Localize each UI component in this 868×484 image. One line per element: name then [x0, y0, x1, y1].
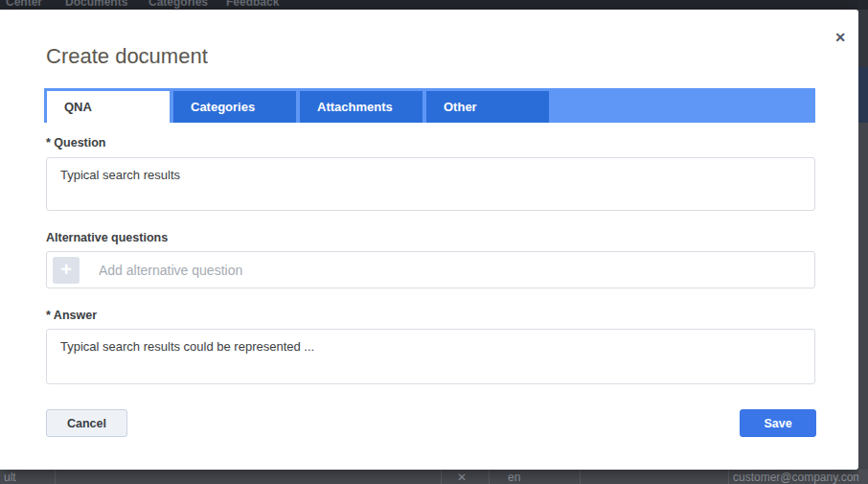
background-right-edge-low [858, 470, 868, 484]
dialog-title: Create document [46, 44, 208, 69]
alternative-question-input[interactable] [97, 262, 814, 279]
cancel-button[interactable]: Cancel [46, 409, 127, 437]
bg-nav-item-categories: Categories [148, 0, 208, 9]
bg-cell-text: ult [4, 471, 16, 484]
answer-label: * Answer [46, 309, 97, 322]
bg-nav-item-center: Center [6, 0, 42, 9]
column-divider [728, 470, 729, 484]
alternative-question-row: + [46, 251, 815, 288]
question-label: * Question [46, 136, 106, 150]
column-divider [441, 470, 442, 484]
tab-attachments[interactable]: Attachments [300, 91, 423, 123]
background-right-edge-top [858, 0, 868, 10]
tab-bar: QNA Categories Attachments Other [44, 88, 815, 123]
add-alternative-icon[interactable]: + [53, 257, 80, 284]
question-input[interactable]: Typical search results [46, 157, 815, 211]
x-mark-icon: ✕ [457, 471, 467, 484]
background-table-row: ult ✕ en customer@company.com [0, 470, 868, 484]
column-divider [580, 470, 581, 484]
tab-categories[interactable]: Categories [173, 91, 296, 123]
tab-other[interactable]: Other [426, 91, 549, 123]
alternative-questions-label: Alternative questions [46, 231, 168, 244]
bg-cell-email: customer@company.com [733, 471, 862, 484]
background-right-edge-blue [858, 67, 868, 123]
bg-nav-item-feedback: Feedback [226, 0, 279, 9]
background-right-edge [858, 0, 868, 484]
column-divider [489, 470, 490, 484]
close-icon[interactable]: ✕ [833, 30, 848, 45]
background-top-navbar: Center Documents Categories Feedback [0, 0, 868, 10]
create-document-dialog: ✕ Create document QNA Categories Attachm… [0, 10, 858, 470]
background-right-edge-upper [858, 10, 868, 67]
tab-qna[interactable]: QNA [47, 91, 170, 123]
answer-input[interactable]: Typical search results could be represen… [46, 329, 815, 384]
bg-nav-item-documents: Documents [65, 0, 127, 9]
bg-cell-language: en [508, 471, 520, 484]
screen: Center Documents Categories Feedback ult… [0, 0, 868, 484]
save-button[interactable]: Save [740, 409, 816, 437]
column-divider [55, 470, 56, 484]
